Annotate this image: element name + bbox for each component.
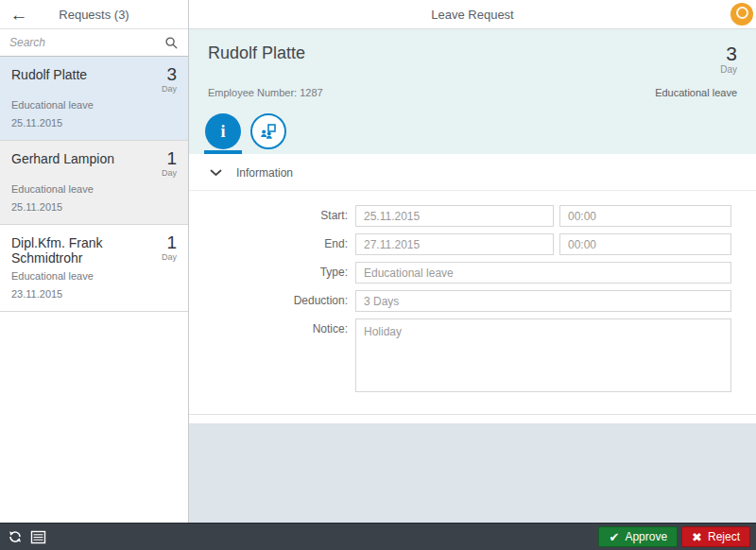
item-row: Dipl.Kfm. Frank Schmidtrohr 1 Day xyxy=(11,233,177,266)
item-number-block: 1 Day xyxy=(162,233,177,262)
list-item-gerhard-lampion[interactable]: Gerhard Lampion 1 Day Educational leave … xyxy=(0,141,188,225)
start-inputs xyxy=(355,205,731,227)
sidebar-header: ← Requests (3) xyxy=(0,0,188,29)
list-item-frank-schmidtrohr[interactable]: Dipl.Kfm. Frank Schmidtrohr 1 Day Educat… xyxy=(0,225,188,312)
search-icon xyxy=(164,36,179,50)
deduction-inputs xyxy=(355,290,731,312)
item-leave-type: Educational leave xyxy=(11,99,177,111)
list-view-button[interactable] xyxy=(26,525,49,548)
action-footer: ✔ Approve ✖ Reject xyxy=(0,523,756,550)
detail-panel: Leave Request Rudolf Platte 3 Day Employ… xyxy=(189,0,756,523)
item-number-block: 1 Day xyxy=(162,149,177,178)
deduction-label: Deduction: xyxy=(189,290,355,312)
detail-header-bar: Leave Request xyxy=(189,0,756,29)
search-input[interactable] xyxy=(9,36,164,49)
start-date-input[interactable] xyxy=(355,205,554,227)
form-row-deduction: Deduction: xyxy=(189,290,756,312)
tab-information[interactable]: i xyxy=(205,113,241,149)
item-count: 1 xyxy=(162,149,177,167)
type-label: Type: xyxy=(189,262,355,284)
content-gap xyxy=(189,415,756,423)
notice-textarea[interactable]: Holiday xyxy=(355,318,731,392)
item-count: 1 xyxy=(162,233,177,251)
org-chart-icon xyxy=(259,122,278,141)
item-date: 25.11.2015 xyxy=(11,201,177,213)
sidebar-title: Requests (3) xyxy=(59,8,129,22)
item-unit: Day xyxy=(162,169,177,178)
item-date: 25.11.2015 xyxy=(11,117,177,129)
item-name: Rudolf Platte xyxy=(11,65,87,82)
form-row-notice: Notice: Holiday xyxy=(189,318,756,392)
type-input[interactable] xyxy=(355,262,731,284)
item-unit: Day xyxy=(162,85,177,94)
item-row: Rudolf Platte 3 Day xyxy=(11,65,177,95)
reject-button[interactable]: ✖ Reject xyxy=(681,526,750,547)
item-name: Gerhard Lampion xyxy=(11,149,114,166)
section-title: Information xyxy=(236,166,293,180)
leave-form: Start: End: Type: xyxy=(189,191,756,414)
info-icon: i xyxy=(220,122,225,142)
back-arrow-icon: ← xyxy=(10,5,28,25)
icon-tab-bar: i xyxy=(189,108,756,154)
tab-team[interactable] xyxy=(250,113,286,149)
item-leave-type: Educational leave xyxy=(11,270,177,282)
item-unit: Day xyxy=(162,253,177,262)
item-name: Dipl.Kfm. Frank Schmidtrohr xyxy=(11,233,162,266)
refresh-icon xyxy=(8,529,23,544)
item-leave-type: Educational leave xyxy=(11,183,177,195)
days-count: 3 xyxy=(720,43,737,63)
object-header-row: Employee Number: 1287 Educational leave xyxy=(208,87,737,98)
days-block: 3 Day xyxy=(720,43,737,75)
approve-button[interactable]: ✔ Approve xyxy=(598,526,678,547)
request-list: Rudolf Platte 3 Day Educational leave 25… xyxy=(0,57,188,523)
content-filler xyxy=(189,423,756,523)
item-number-block: 3 Day xyxy=(162,65,177,94)
end-date-input[interactable] xyxy=(355,233,554,255)
information-section-header[interactable]: Information xyxy=(189,154,756,191)
requests-sidebar: ← Requests (3) Rudolf Platte 3 xyxy=(0,0,189,523)
chevron-down-icon xyxy=(210,169,222,177)
form-row-type: Type: xyxy=(189,262,756,284)
search-button[interactable] xyxy=(164,36,179,50)
object-header-row: Rudolf Platte 3 Day xyxy=(208,43,737,75)
leave-request-app: ← Requests (3) Rudolf Platte 3 xyxy=(0,0,756,550)
form-row-end: End: xyxy=(189,233,756,255)
check-icon: ✔ xyxy=(609,531,619,543)
start-time-input[interactable] xyxy=(559,205,731,227)
end-inputs xyxy=(355,233,731,255)
employee-number: Employee Number: 1287 xyxy=(208,87,323,98)
object-header: Rudolf Platte 3 Day Employee Number: 128… xyxy=(189,29,756,108)
page-title: Leave Request xyxy=(431,8,513,22)
item-count: 3 xyxy=(162,65,177,83)
approve-label: Approve xyxy=(625,530,667,543)
employee-name: Rudolf Platte xyxy=(208,43,305,63)
form-row-start: Start: xyxy=(189,205,756,227)
leave-type: Educational leave xyxy=(655,87,737,98)
deduction-input[interactable] xyxy=(355,290,731,312)
user-avatar[interactable] xyxy=(730,3,753,26)
list-icon xyxy=(30,530,46,544)
start-label: Start: xyxy=(189,205,355,227)
information-section: Information Start: End: xyxy=(189,154,756,415)
item-date: 23.11.2015 xyxy=(11,288,177,300)
end-label: End: xyxy=(189,233,355,255)
item-row: Gerhard Lampion 1 Day xyxy=(11,149,177,179)
body-row: ← Requests (3) Rudolf Platte 3 xyxy=(0,0,756,523)
search-row xyxy=(0,29,188,57)
days-unit: Day xyxy=(720,65,737,75)
reject-label: Reject xyxy=(708,530,740,543)
list-item-rudolf-platte[interactable]: Rudolf Platte 3 Day Educational leave 25… xyxy=(0,57,188,141)
type-inputs xyxy=(355,262,731,284)
x-icon: ✖ xyxy=(692,531,702,543)
back-button[interactable]: ← xyxy=(8,4,30,26)
notice-label: Notice: xyxy=(189,318,355,392)
refresh-button[interactable] xyxy=(4,525,26,548)
end-time-input[interactable] xyxy=(559,233,731,255)
notice-inputs: Holiday xyxy=(355,318,731,392)
